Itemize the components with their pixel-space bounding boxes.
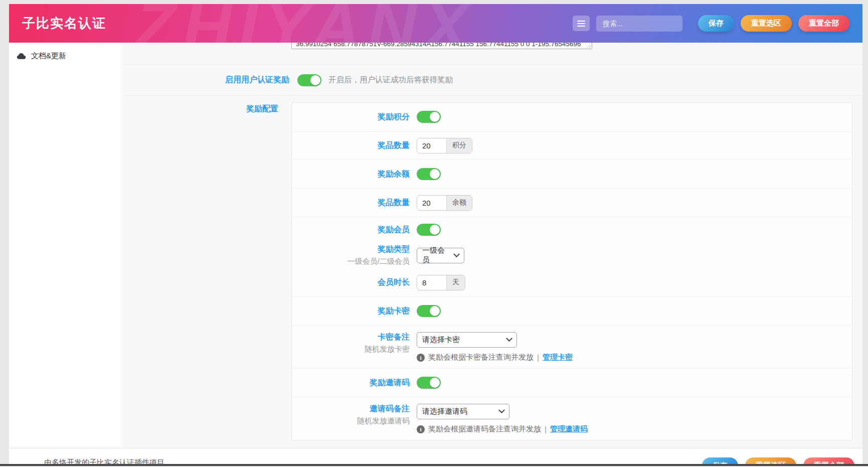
setting-row-invite-note: 邀请码备注 随机发放邀请码 请选择邀请码 i 奖励会根据邀请码备注查询并发放 |… [292, 397, 852, 440]
setting-label: 奖励邀请码 [370, 378, 410, 387]
setting-row-reward-cardkey: 奖励卡密 [292, 297, 852, 326]
header-watermark: ZHIYANX [134, 4, 476, 43]
page-title: 子比实名认证 [22, 15, 106, 32]
footer-actions: 保存 重置选区 重置全部 [702, 457, 854, 464]
reward-cardkey-toggle[interactable] [417, 305, 441, 317]
setting-label: 奖品数量 [378, 141, 410, 149]
setting-row-cardkey-note: 卡密备注 随机发放卡密 请选择卡密 i 奖励会根据卡密备注查询并发放 | 管理卡… [292, 326, 852, 369]
header-bar: ZHIYANX 子比实名认证 保存 重置选区 重置全部 [9, 4, 862, 43]
select-value: 请选择邀请码 [422, 407, 467, 416]
info-icon: i [417, 425, 425, 433]
info-text: 奖励会根据邀请码备注查询并发放 [428, 424, 541, 434]
setting-row-balance-amount: 奖品数量 余额 [292, 189, 852, 217]
input-suffix: 天 [446, 275, 465, 290]
reset-all-button[interactable]: 重置全部 [798, 15, 849, 32]
select-value: 请选择卡密 [422, 335, 460, 345]
enable-reward-row: 启用用户认证奖励 开启后，用户认证成功后将获得奖励 [124, 65, 862, 95]
reward-member-toggle[interactable] [417, 224, 441, 236]
setting-label: 奖励卡密 [378, 306, 410, 315]
app-window: ZHIYANX 子比实名认证 保存 重置选区 重置全部 文档&更新 36.991… [9, 4, 862, 464]
reward-config-section-label: 奖励配置 [246, 104, 278, 113]
reward-balance-toggle[interactable] [417, 168, 441, 180]
info-text: 奖励会根据卡密备注查询并发放 [428, 353, 534, 362]
setting-label: 会员时长 [378, 278, 410, 286]
balance-amount-input[interactable] [417, 196, 446, 210]
cardkey-info-row: i 奖励会根据卡密备注查询并发放 | 管理卡密 [417, 353, 573, 362]
footer-note: 由多恪开发的子比实名认证插件项目 [44, 458, 164, 464]
cardkey-note-select[interactable]: 请选择卡密 [417, 332, 517, 348]
setting-row-reward-balance: 奖励余额 [292, 160, 852, 189]
chevron-down-icon [506, 335, 512, 342]
manage-cardkey-link[interactable]: 管理卡密 [543, 353, 573, 362]
reset-selection-button[interactable]: 重置选区 [741, 15, 792, 32]
setting-hint: 随机发放卡密 [292, 345, 410, 354]
search-input[interactable] [596, 16, 682, 32]
sidebar-item-docs-updates[interactable]: 文档&更新 [9, 43, 123, 69]
input-suffix: 积分 [446, 138, 472, 153]
setting-row-member-duration: 会员时长 天 [292, 268, 852, 297]
invite-info-row: i 奖励会根据邀请码备注查询并发放 | 管理邀请码 [417, 424, 588, 434]
resize-grip-icon[interactable] [586, 43, 591, 48]
main-content: 36.9910254 658.77878751V-669.28594314A15… [124, 43, 862, 448]
invite-note-select[interactable]: 请选择邀请码 [417, 404, 509, 419]
member-duration-input[interactable] [417, 275, 446, 290]
setting-label: 邀请码备注 [292, 404, 410, 414]
reward-points-toggle[interactable] [417, 111, 441, 123]
manage-invite-link[interactable]: 管理邀请码 [550, 424, 588, 434]
setting-hint: 一级会员/二级会员 [292, 257, 410, 266]
sidebar-item-label: 文档&更新 [31, 51, 66, 61]
setting-label: 奖励类型 [292, 244, 410, 255]
search-box [596, 16, 682, 32]
footer-bar: 由多恪开发的子比实名认证插件项目 保存 重置选区 重置全部 [9, 448, 862, 464]
cloud-icon [17, 52, 26, 60]
setting-row-reward-member: 奖励会员 [292, 217, 852, 242]
member-duration-input-group: 天 [417, 275, 465, 290]
footer-reset-selection-button[interactable]: 重置选区 [745, 457, 796, 464]
enable-reward-label: 启用用户认证奖励 [225, 75, 289, 84]
footer-save-button[interactable]: 保存 [702, 457, 738, 464]
header-actions: 保存 重置选区 重置全部 [573, 15, 849, 32]
enable-reward-toggle[interactable] [297, 74, 321, 86]
chevron-down-icon [498, 407, 505, 413]
points-amount-input[interactable] [417, 138, 446, 153]
sidebar: 文档&更新 [9, 43, 123, 448]
setting-label: 奖励会员 [378, 225, 410, 234]
footer-reset-all-button[interactable]: 重置全部 [803, 457, 854, 464]
enable-reward-description: 开启后，用户认证成功后将获得奖励 [328, 75, 453, 85]
setting-label: 奖励积分 [378, 112, 410, 121]
setting-label: 奖品数量 [378, 198, 410, 207]
reward-type-select[interactable]: 一级会员 [417, 248, 464, 263]
setting-row-reward-invite: 奖励邀请码 [292, 369, 852, 397]
setting-label: 奖励余额 [378, 170, 410, 178]
chevron-down-icon [453, 251, 460, 257]
input-suffix: 余额 [446, 196, 472, 210]
reward-config-panel: 奖励积分 奖品数量 积分 奖励余额 奖品数量 [291, 102, 852, 440]
info-icon: i [417, 354, 425, 362]
setting-row-points-amount: 奖品数量 积分 [292, 131, 852, 160]
setting-label: 卡密备注 [292, 332, 410, 343]
window-bottom-edge [0, 464, 868, 466]
setting-row-reward-type: 奖励类型 一级会员/二级会员 一级会员 [292, 242, 852, 268]
save-button[interactable]: 保存 [698, 15, 734, 32]
select-value: 一级会员 [422, 246, 448, 265]
info-separator: | [545, 425, 547, 433]
menu-list-icon [577, 21, 585, 22]
setting-row-reward-points: 奖励积分 [292, 103, 852, 131]
balance-amount-input-group: 余额 [417, 195, 472, 211]
info-separator: | [537, 353, 539, 362]
divider [124, 95, 862, 96]
reward-invite-toggle[interactable] [417, 377, 441, 389]
setting-hint: 随机发放邀请码 [292, 416, 410, 426]
menu-list-button[interactable] [573, 16, 590, 31]
points-amount-input-group: 积分 [417, 138, 472, 153]
